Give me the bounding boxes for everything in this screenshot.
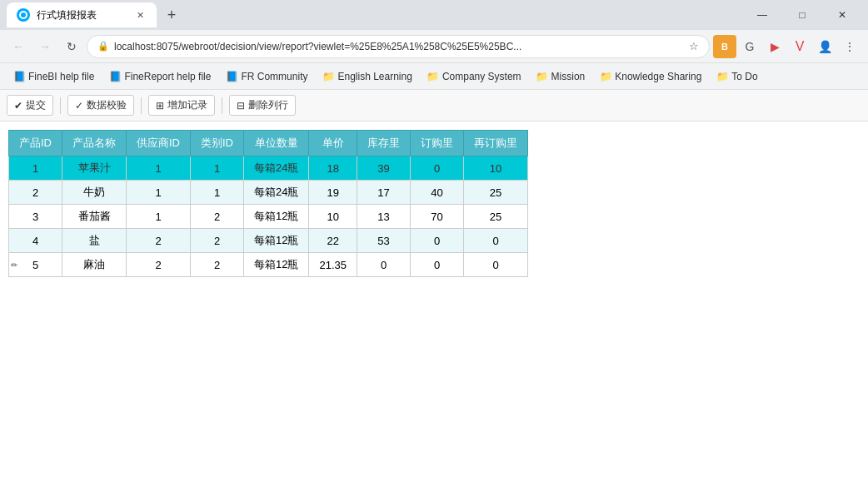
add-row-label: 增加记录 (167, 98, 207, 112)
back-button[interactable]: ← (7, 35, 30, 58)
table-cell: 番茄酱 (62, 205, 127, 229)
col-header-stock: 库存里 (357, 131, 411, 156)
lock-icon: 🔒 (97, 41, 109, 52)
submit-button[interactable]: ✔ 提交 (7, 95, 53, 116)
table-cell: 2 (127, 253, 191, 277)
table-cell: 21.35 (309, 253, 357, 277)
table-cell: 1 (127, 181, 191, 205)
svg-point-1 (21, 12, 26, 17)
table-cell: 1 (191, 181, 244, 205)
table-cell: 苹果汁 (62, 156, 127, 181)
bookmark-english-learning[interactable]: 📁 English Learning (316, 67, 418, 86)
table-row[interactable]: 4盐22每箱12瓶225300 (9, 229, 528, 253)
table-cell: 1 (191, 156, 244, 181)
profile-icon[interactable]: 👤 (813, 35, 836, 58)
validate-button[interactable]: ✓ 数据校验 (67, 95, 134, 116)
browser-window: 行式填报报表 ✕ + — □ ✕ ← → ↻ 🔒 localhost:8075/… (0, 0, 868, 496)
translate-icon[interactable]: G (738, 35, 761, 58)
table-cell: 0 (411, 156, 464, 181)
bookmark-todo-icon: 📁 (716, 71, 728, 82)
table-cell: 10 (309, 205, 357, 229)
table-cell: 每箱12瓶 (244, 229, 309, 253)
bookmark-finereport[interactable]: 📘 FineReport help file (102, 67, 217, 86)
table-row[interactable]: 1苹果汁11每箱24瓶1839010 (9, 156, 528, 181)
address-bar: ← → ↻ 🔒 localhost:8075/webroot/decision/… (0, 30, 868, 63)
table-cell: 牛奶 (62, 181, 127, 205)
bookmark-company-system-label: Company System (442, 71, 521, 82)
toolbar-separator-3 (222, 97, 222, 114)
bookmark-fr-community[interactable]: 📘 FR Community (219, 67, 314, 86)
url-star-icon: ☆ (689, 40, 699, 52)
cell-id-editing: ✏5 (9, 253, 62, 277)
url-bar[interactable]: 🔒 localhost:8075/webroot/decision/view/r… (87, 35, 710, 58)
col-header-supplier-id: 供应商ID (127, 131, 191, 156)
table-cell: 0 (411, 229, 464, 253)
report-toolbar: ✔ 提交 ✓ 数据校验 ⊞ 增加记录 ⊟ 删除列行 (0, 90, 868, 122)
bookmark-finebi-icon: 📘 (13, 71, 25, 82)
col-header-unit-qty: 单位数量 (244, 131, 309, 156)
toolbar-separator-1 (60, 97, 61, 114)
table-cell: 1 (127, 205, 191, 229)
table-cell: 3 (9, 205, 62, 229)
extensions-icon[interactable]: B (713, 35, 736, 58)
browser-tab[interactable]: 行式填报报表 ✕ (7, 2, 157, 27)
add-row-button[interactable]: ⊞ 增加记录 (148, 95, 215, 116)
bookmark-todo-label: To Do (731, 71, 757, 82)
delete-row-icon: ⊟ (237, 100, 245, 112)
maximize-button[interactable]: □ (783, 2, 821, 28)
bookmark-mission-icon: 📁 (536, 71, 548, 82)
table-row[interactable]: ✏5麻油22每箱12瓶21.35000 (9, 253, 528, 277)
submit-label: 提交 (26, 98, 46, 112)
table-cell: 1 (127, 156, 191, 181)
minimize-button[interactable]: — (743, 2, 781, 28)
col-header-category-id: 类别ID (191, 131, 244, 156)
submit-icon: ✔ (14, 100, 22, 112)
table-container: 产品ID 产品名称 供应商ID 类别ID 单位数量 单价 库存里 订购里 再订购… (0, 122, 868, 285)
table-cell: 2 (191, 253, 244, 277)
validate-icon: ✓ (75, 100, 83, 112)
bookmarks-bar: 📘 FineBI help file 📘 FineReport help fil… (0, 63, 868, 90)
table-cell: 0 (411, 253, 464, 277)
bookmark-knowledge-sharing-label: Knowledge Sharing (615, 71, 701, 82)
bookmark-knowledge-sharing[interactable]: 📁 Knowledge Sharing (593, 67, 708, 86)
cast-icon[interactable]: ▶ (763, 35, 786, 58)
new-tab-button[interactable]: + (160, 3, 183, 27)
table-row[interactable]: 2牛奶11每箱24瓶19174025 (9, 181, 528, 205)
tab-title: 行式填报报表 (37, 8, 97, 22)
bookmark-finereport-label: FineReport help file (124, 71, 211, 82)
tab-close-button[interactable]: ✕ (133, 8, 147, 22)
delete-row-button[interactable]: ⊟ 删除列行 (229, 95, 296, 116)
bookmark-todo[interactable]: 📁 To Do (710, 67, 764, 86)
bookmark-english-learning-icon: 📁 (322, 71, 334, 82)
menu-icon[interactable]: ⋮ (838, 35, 861, 58)
page-content: ✔ 提交 ✓ 数据校验 ⊞ 增加记录 ⊟ 删除列行 (0, 90, 868, 496)
delete-row-label: 删除列行 (248, 98, 288, 112)
table-cell: 2 (191, 205, 244, 229)
table-cell: 40 (411, 181, 464, 205)
table-row[interactable]: 3番茄酱12每箱12瓶10137025 (9, 205, 528, 229)
table-cell: 0 (357, 253, 411, 277)
close-button[interactable]: ✕ (823, 2, 861, 28)
tab-favicon (17, 8, 30, 22)
table-cell: 2 (127, 229, 191, 253)
table-cell: 70 (411, 205, 464, 229)
table-cell: 0 (464, 229, 528, 253)
bookmark-mission[interactable]: 📁 Mission (530, 67, 592, 86)
table-cell: 39 (357, 156, 411, 181)
forward-button[interactable]: → (33, 35, 57, 58)
table-cell: 每箱24瓶 (244, 181, 309, 205)
table-cell: 25 (464, 181, 528, 205)
add-row-icon: ⊞ (156, 100, 164, 112)
bookmark-company-system[interactable]: 📁 Company System (421, 67, 528, 86)
table-cell: 18 (309, 156, 357, 181)
vivaldi-icon[interactable]: V (788, 35, 811, 58)
table-cell: 53 (357, 229, 411, 253)
url-text: localhost:8075/webroot/decision/view/rep… (114, 41, 684, 52)
bookmark-finebi[interactable]: 📘 FineBI help file (7, 67, 101, 86)
reload-button[interactable]: ↻ (60, 35, 83, 58)
table-cell: 25 (464, 205, 528, 229)
table-cell: 10 (464, 156, 528, 181)
table-cell: 每箱12瓶 (244, 205, 309, 229)
table-cell: 每箱12瓶 (244, 253, 309, 277)
browser-toolbar-icons: B G ▶ V 👤 ⋮ (713, 35, 861, 58)
